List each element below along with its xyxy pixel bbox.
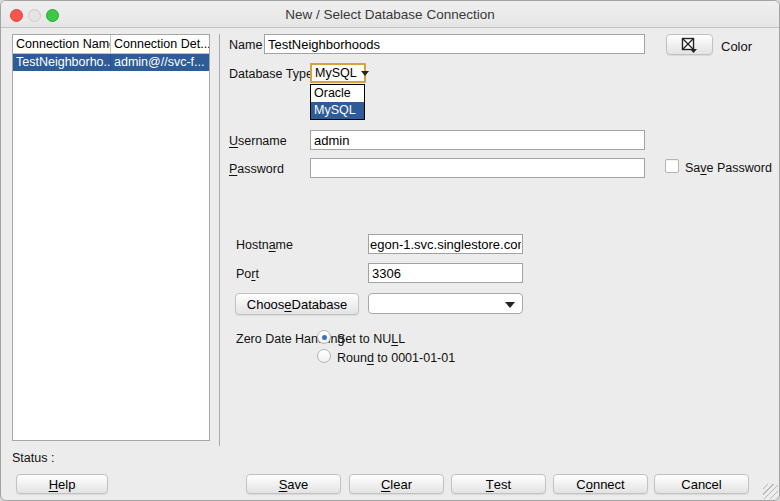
password-input[interactable] [310,158,645,178]
panel-splitter[interactable] [219,34,220,446]
port-label: Port [236,267,259,281]
connect-button[interactable]: Connect [553,474,648,494]
connection-name-cell[interactable]: TestNeighborho... [13,54,111,71]
hostname-label: Hostname [236,238,293,252]
save-password-checkbox[interactable] [665,159,679,173]
name-input[interactable] [264,34,645,54]
name-label: Name [229,38,262,52]
database-type-options-list: Oracle MySQL [310,84,365,120]
test-button[interactable]: Test [451,474,546,494]
resize-grip[interactable] [763,484,778,499]
color-label: Color [721,39,752,54]
clear-button[interactable]: Clear [349,474,444,494]
status-label: Status : [12,451,54,465]
option-mysql[interactable]: MySQL [311,102,364,119]
round-to-date-label[interactable]: Round to 0001-01-01 [337,351,455,365]
port-input[interactable] [368,263,523,283]
database-type-dropdown[interactable]: MySQL [310,63,366,83]
radio-round-to-date[interactable] [317,349,331,363]
connection-details-cell[interactable]: admin@//svc-f... [111,54,209,71]
cancel-button[interactable]: Cancel [654,474,749,494]
title-bar: New / Select Database Connection [1,1,779,28]
radio-set-to-null[interactable] [317,330,331,344]
chevron-down-icon [505,302,515,308]
database-type-value: MySQL [315,66,357,80]
dialog-window: New / Select Database Connection Connect… [0,0,780,501]
database-combobox[interactable] [368,293,523,314]
password-label: Password [229,162,284,176]
username-label: Username [229,134,287,148]
column-header-connection-name[interactable]: Connection Name [13,35,111,54]
connection-row[interactable]: TestNeighborho... admin@//svc-f... [13,54,209,71]
choose-database-button[interactable]: Choose Database [235,293,359,315]
window-title: New / Select Database Connection [1,7,779,22]
chevron-down-icon [361,71,369,76]
connections-table[interactable]: Connection Name Connection Det... TestNe… [12,34,210,441]
connections-table-header: Connection Name Connection Det... [13,35,209,54]
column-header-connection-details[interactable]: Connection Det... [111,35,209,54]
help-button[interactable]: Help [16,474,108,494]
option-oracle[interactable]: Oracle [311,85,364,102]
color-button[interactable] [666,34,713,55]
hostname-input[interactable] [368,234,523,254]
username-input[interactable] [310,130,645,150]
save-password-label: Save Password [685,161,772,175]
no-color-swatch-icon [681,37,699,53]
save-button[interactable]: Save [246,474,341,494]
database-type-label: Database Type [229,67,313,81]
set-to-null-label[interactable]: Set to NULL [337,332,405,346]
